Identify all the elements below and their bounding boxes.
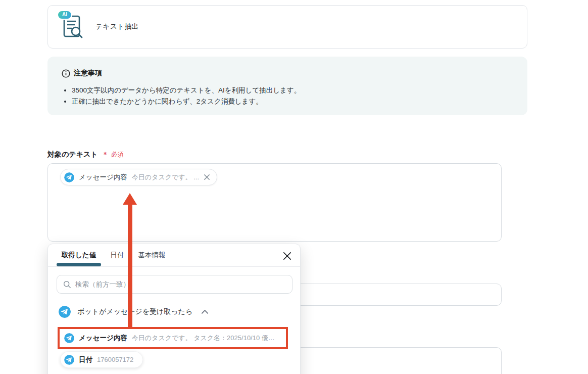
target-text-label: 対象のテキスト xyxy=(47,150,98,159)
chip-label: メッセージ内容 xyxy=(79,173,127,182)
inserted-variable-chip[interactable]: メッセージ内容 今日のタスクです。 ... xyxy=(60,169,217,185)
annotation-arrow-shaft xyxy=(128,203,132,329)
ai-badge: AI xyxy=(57,10,72,20)
variable-item-preview: 今日のタスクです。 タスク名：2025/10/10 優先度... xyxy=(132,334,281,343)
tab-label: 日付 xyxy=(110,251,124,260)
variable-item-message-content[interactable]: メッセージ内容 今日のタスクです。 タスク名：2025/10/10 優先度... xyxy=(58,327,288,349)
search-icon xyxy=(63,280,71,289)
telegram-icon xyxy=(64,333,74,343)
variable-item-preview: 1760057172 xyxy=(97,356,133,363)
action-header-card[interactable]: AI テキスト抽出 xyxy=(47,5,527,49)
popup-close-button[interactable] xyxy=(282,251,292,261)
target-text-label-row: 対象のテキスト ＊ 必須 xyxy=(47,150,124,159)
text-extraction-icon: AI xyxy=(60,13,84,41)
notice-item: 3500文字以内のデータから特定のテキストを、AIを利用して抽出します。 xyxy=(72,85,513,96)
tab-date[interactable]: 日付 xyxy=(105,244,129,266)
variable-search[interactable] xyxy=(57,275,292,294)
telegram-icon xyxy=(64,172,74,182)
target-text-input[interactable]: メッセージ内容 今日のタスクです。 ... xyxy=(47,163,502,242)
popup-tabbar: 取得した値 日付 基本情報 xyxy=(48,244,300,267)
notice-item: 正確に抽出できたかどうかに関わらず、2タスク消費します。 xyxy=(72,96,513,107)
tab-basic-info[interactable]: 基本情報 xyxy=(133,244,170,266)
collapse-toggle[interactable] xyxy=(201,309,209,314)
page: AI テキスト抽出 注意事項 3500文字以内のデータから特定のテキストを、AI… xyxy=(0,0,588,374)
chip-preview: 今日のタスクです。 ... xyxy=(132,173,199,182)
telegram-icon xyxy=(59,306,71,318)
required-label: 必須 xyxy=(111,151,124,159)
action-title: テキスト抽出 xyxy=(95,22,138,31)
required-star: ＊ xyxy=(102,150,109,159)
notice-list: 3500文字以内のデータから特定のテキストを、AIを利用して抽出します。 正確に… xyxy=(72,85,513,107)
close-icon xyxy=(283,252,291,260)
variable-item-date[interactable]: 日付 1760057172 xyxy=(60,351,143,368)
info-icon xyxy=(62,69,70,78)
variable-picker-popup: 取得した値 日付 基本情報 xyxy=(47,244,301,374)
telegram-icon xyxy=(64,355,74,365)
tab-label: 基本情報 xyxy=(138,251,165,260)
annotation-arrow-head xyxy=(123,193,137,205)
trigger-group-row[interactable]: ボットがメッセージを受け取ったら xyxy=(59,306,209,318)
notice-title: 注意事項 xyxy=(74,69,102,78)
active-tab-underline xyxy=(57,263,101,266)
variable-item-label: 日付 xyxy=(79,355,92,364)
tab-obtained-values[interactable]: 取得した値 xyxy=(57,244,101,266)
tab-label: 取得した値 xyxy=(62,251,96,260)
variable-item-label: メッセージ内容 xyxy=(79,334,127,343)
chip-remove-icon[interactable] xyxy=(204,174,210,180)
chevron-up-icon xyxy=(201,309,209,314)
variable-search-input[interactable] xyxy=(75,280,286,288)
trigger-group-label: ボットがメッセージを受け取ったら xyxy=(77,307,192,316)
notice-panel: 注意事項 3500文字以内のデータから特定のテキストを、AIを利用して抽出します… xyxy=(47,57,527,115)
